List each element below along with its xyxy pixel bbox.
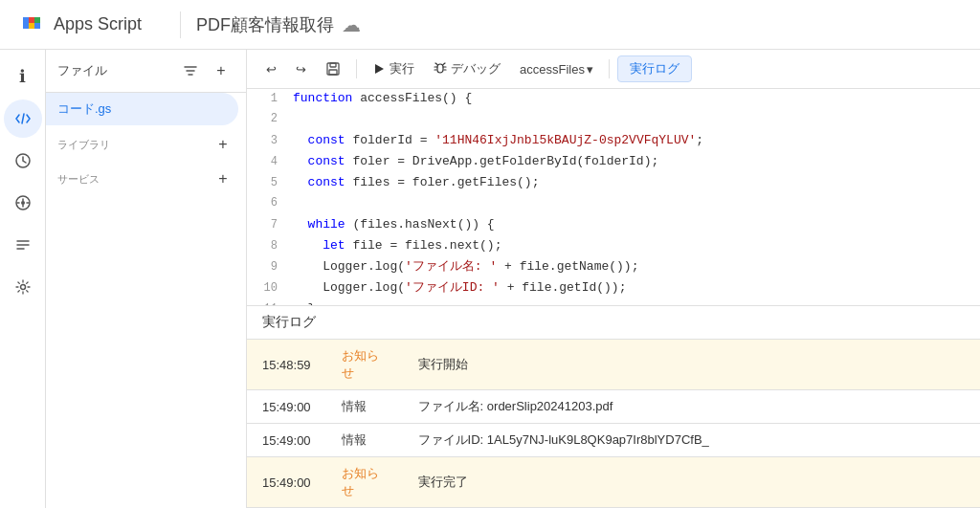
code-line: 4 const foler = DriveApp.getFolderById(f…	[247, 152, 980, 173]
sort-files-button[interactable]	[177, 57, 204, 84]
code-line: 7 while (files.hasNext()) {	[247, 215, 980, 236]
log-panel-title: 実行ログ	[247, 306, 980, 340]
log-row: 15:49:00情報ファイルID: 1AL5y7NJ-luK9L8QK9ap7I…	[247, 424, 980, 457]
log-row: 15:49:00情報ファイル名: orderSlip20241203.pdf	[247, 390, 980, 424]
svg-rect-6	[330, 63, 336, 67]
line-content: let file = files.next();	[293, 236, 980, 256]
line-content: const files = foler.getFiles();	[293, 173, 980, 193]
libraries-label: ライブラリ	[57, 138, 110, 152]
sidebar-overview-btn[interactable]	[4, 226, 42, 264]
app-logo: Apps Script	[15, 10, 142, 40]
sidebar-history-btn[interactable]	[4, 142, 42, 180]
line-number: 4	[247, 153, 293, 171]
log-type: 情報	[326, 424, 403, 457]
log-table: 15:48:59お知らせ実行開始15:49:00情報ファイル名: orderSl…	[247, 340, 980, 508]
line-content: const foler = DriveApp.getFolderById(fol…	[293, 152, 980, 172]
line-content: Logger.log('ファイル名: ' + file.getName());	[293, 257, 980, 277]
debug-label: デバッグ	[451, 60, 501, 77]
file-panel-header: ファイル +	[46, 50, 246, 93]
history-icon	[14, 152, 32, 169]
file-name-label: コード.gs	[57, 100, 111, 118]
sidebar-code-btn[interactable]	[4, 99, 42, 138]
svg-rect-7	[329, 70, 337, 75]
log-time: 15:48:59	[247, 340, 326, 390]
run-label: 実行	[390, 60, 414, 77]
log-type: お知らせ	[326, 340, 403, 390]
code-icon	[14, 110, 32, 127]
log-type: お知らせ	[326, 457, 403, 508]
log-message: 実行開始	[403, 340, 980, 390]
log-message: ファイルID: 1AL5y7NJ-luK9L8QK9ap7Ir8blYD7CfB…	[403, 424, 980, 457]
undo-button[interactable]: ↩	[258, 58, 284, 80]
function-name: accessFiles	[520, 62, 585, 77]
code-line: 2	[247, 110, 980, 131]
sidebar-settings-btn[interactable]	[4, 268, 42, 306]
line-number: 7	[247, 216, 293, 234]
header-divider	[180, 11, 181, 38]
redo-button[interactable]: ↪	[288, 58, 314, 80]
code-line: 8 let file = files.next();	[247, 236, 980, 257]
line-number: 10	[247, 279, 293, 298]
project-name-label: PDF顧客情報取得	[196, 13, 334, 36]
settings-icon	[14, 278, 32, 296]
code-editor[interactable]: 1function accessFiles() {23 const folder…	[247, 89, 980, 305]
add-library-button[interactable]: +	[212, 133, 234, 156]
app-name-label: Apps Script	[54, 14, 142, 34]
run-button[interactable]: 実行	[365, 56, 422, 81]
save-icon	[325, 61, 341, 77]
add-file-button[interactable]: +	[208, 57, 234, 84]
log-panel: 実行ログ 15:48:59お知らせ実行開始15:49:00情報ファイル名: or…	[247, 305, 980, 508]
line-content: while (files.hasNext()) {	[293, 215, 980, 235]
services-section: サービス +	[46, 160, 246, 194]
line-content: Logger.log('ファイルID: ' + file.getId());	[293, 278, 980, 298]
log-row: 15:48:59お知らせ実行開始	[247, 340, 980, 390]
icon-sidebar: ℹ	[0, 50, 46, 508]
code-line: 5 const files = foler.getFiles();	[247, 173, 980, 194]
file-panel: ファイル + コード.gs ライブラリ + サービス +	[46, 50, 247, 508]
google-logo-icon	[15, 10, 46, 40]
log-message: ファイル名: orderSlip20241203.pdf	[403, 390, 980, 424]
content-area: ↩ ↪ 実行	[247, 50, 980, 508]
add-service-button[interactable]: +	[212, 167, 234, 190]
code-line: 6	[247, 194, 980, 215]
main-layout: ℹ	[0, 50, 980, 508]
code-line: 1function accessFiles() {	[247, 89, 980, 110]
toolbar-separator	[356, 59, 357, 78]
line-number: 2	[247, 110, 293, 128]
file-item-code-gs[interactable]: コード.gs	[46, 93, 238, 125]
debug-icon	[434, 62, 447, 76]
sort-icon	[183, 63, 198, 78]
file-panel-actions: +	[177, 57, 234, 84]
line-number: 1	[247, 90, 293, 108]
line-content: function accessFiles() {	[293, 89, 980, 109]
cloud-icon[interactable]: ☁	[342, 13, 361, 36]
svg-point-3	[21, 201, 25, 205]
services-label: サービス	[57, 172, 100, 187]
log-type: 情報	[326, 390, 403, 424]
log-message: 実行完了	[403, 457, 980, 508]
toolbar-separator-2	[609, 59, 610, 78]
save-button[interactable]	[318, 57, 348, 80]
function-selector[interactable]: accessFiles ▾	[512, 58, 601, 80]
trigger-icon	[14, 194, 32, 211]
sidebar-info-btn[interactable]: ℹ	[4, 57, 42, 96]
line-number: 8	[247, 237, 293, 255]
line-content: const folderId = '11HN46IxjJnbl5kBAUjZ-0…	[293, 131, 980, 151]
log-time: 15:49:00	[247, 457, 326, 508]
code-line: 3 const folderId = '11HN46IxjJnbl5kBAUjZ…	[247, 131, 980, 152]
log-row: 15:49:00お知らせ実行完了	[247, 457, 980, 508]
sidebar-trigger-btn[interactable]	[4, 184, 42, 222]
libraries-section: ライブラリ +	[46, 125, 246, 160]
dropdown-arrow-icon: ▾	[587, 62, 593, 77]
svg-point-4	[20, 285, 25, 290]
files-section-title: ファイル	[57, 62, 107, 79]
run-icon	[372, 62, 386, 76]
code-line: 10 Logger.log('ファイルID: ' + file.getId())…	[247, 278, 980, 299]
log-time: 15:49:00	[247, 424, 326, 457]
overview-icon	[14, 236, 32, 254]
run-log-label: 実行ログ	[630, 60, 679, 77]
run-log-button[interactable]: 実行ログ	[617, 55, 692, 82]
line-number: 3	[247, 132, 293, 150]
line-number: 9	[247, 258, 293, 276]
debug-button[interactable]: デバッグ	[426, 56, 508, 81]
